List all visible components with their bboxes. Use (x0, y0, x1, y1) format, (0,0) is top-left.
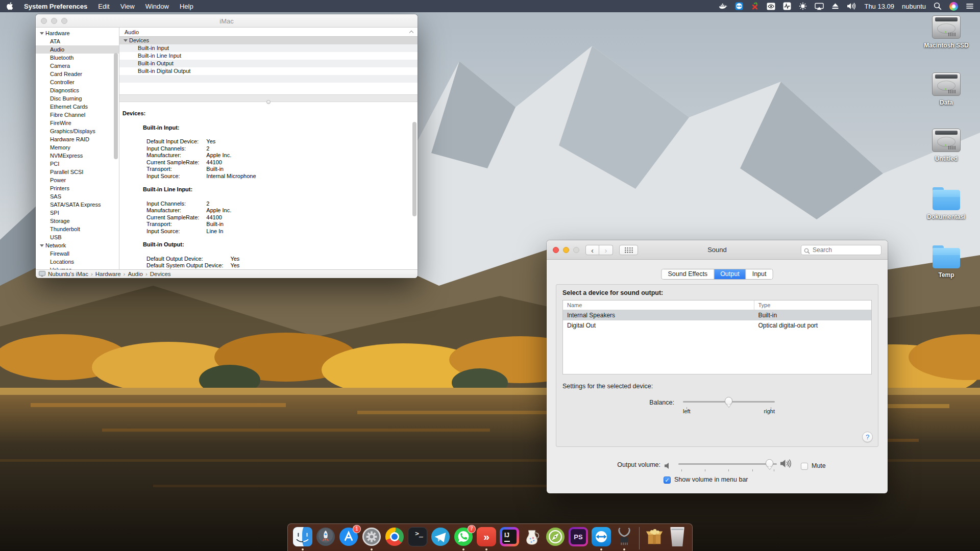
table-header[interactable]: Name Type (563, 300, 871, 310)
spotlight-icon[interactable] (934, 2, 942, 11)
sidebar-item-hardware[interactable]: Hardware (36, 29, 119, 37)
siri-icon[interactable] (949, 2, 958, 11)
dock-launchpad-icon[interactable] (316, 527, 335, 546)
dock-archive-utility-icon[interactable] (645, 527, 664, 546)
brightness-icon[interactable] (799, 2, 807, 11)
device-row-built-in-input[interactable]: Built-in Input (119, 44, 418, 52)
nvidia-icon[interactable] (767, 2, 775, 11)
desktop-icon-dokumentasi[interactable]: Dokumentasi (922, 187, 971, 220)
detail-scrollbar[interactable] (412, 122, 416, 216)
sidebar-item-volumes[interactable]: Volumes (36, 266, 119, 269)
notification-center-icon[interactable] (966, 2, 974, 11)
dock-charles-icon[interactable] (523, 527, 542, 546)
dock-chrome-icon[interactable] (385, 527, 404, 546)
teamviewer-icon[interactable] (735, 2, 743, 11)
device-row-digital-out[interactable]: Digital OutOptical digital-out port (563, 320, 871, 331)
balance-thumb[interactable] (725, 397, 732, 405)
disclosure-triangle-icon[interactable] (124, 39, 128, 42)
dock-app-store-icon[interactable]: 1 (339, 527, 358, 546)
sidebar-item-disc-burning[interactable]: Disc Burning (36, 94, 119, 103)
sidebar-item-fibre-channel[interactable]: Fibre Channel (36, 111, 119, 119)
help-button[interactable]: ? (862, 432, 873, 442)
dock-finder-icon[interactable] (293, 527, 312, 546)
show-volume-checkbox[interactable]: ✓ (664, 477, 671, 484)
sidebar-item-locations[interactable]: Locations (36, 258, 119, 266)
mute-label[interactable]: Mute (812, 462, 826, 469)
activity-monitor-icon[interactable] (783, 2, 791, 11)
menu-help[interactable]: Help (180, 3, 193, 10)
apple-menu-icon[interactable] (6, 2, 13, 11)
sidebar-item-audio[interactable]: Audio (36, 45, 119, 54)
dock-system-preferences-icon[interactable] (362, 527, 381, 546)
sidebar-item-spi[interactable]: SPI (36, 209, 119, 217)
sound-toolbar[interactable]: ‹ › Sound (547, 240, 888, 260)
mute-checkbox[interactable] (801, 463, 808, 470)
sidebar-item-firewire[interactable]: FireWire (36, 119, 119, 127)
menu-edit[interactable]: Edit (98, 3, 109, 10)
airplay-display-icon[interactable] (815, 2, 824, 11)
sidebar-item-power[interactable]: Power (36, 176, 119, 184)
eject-icon[interactable] (831, 2, 839, 11)
disclosure-triangle-icon[interactable] (40, 244, 44, 247)
docker-icon[interactable] (719, 2, 727, 11)
sidebar-item-storage[interactable]: Storage (36, 217, 119, 225)
menu-clock[interactable]: Thu 13.09 (864, 3, 894, 10)
volume-track[interactable] (678, 463, 777, 465)
tab-output[interactable]: Output (714, 269, 746, 279)
sidebar-item-bluetooth[interactable]: Bluetooth (36, 54, 119, 62)
device-row-built-in-output[interactable]: Built-in Output (119, 60, 418, 67)
sidebar-item-parallel-scsi[interactable]: Parallel SCSI (36, 168, 119, 176)
dock-red-arrows-app-icon[interactable]: » (477, 527, 496, 546)
sidebar-item-card-reader[interactable]: Card Reader (36, 70, 119, 78)
desktop-icon-macintosh-ssd[interactable]: Macintosh SSD (922, 15, 971, 49)
desktop-icon-data[interactable]: Data (922, 72, 971, 106)
dock-photoshop-icon[interactable]: PS (569, 527, 588, 546)
sidebar-item-controller[interactable]: Controller (36, 78, 119, 86)
menu-system-preferences[interactable]: System Preferences (24, 3, 87, 10)
list-column-header[interactable]: Audio (119, 28, 418, 37)
desktop-icon-temp[interactable]: Temp (922, 245, 971, 279)
tab-input[interactable]: Input (746, 269, 773, 279)
menu-window[interactable]: Window (145, 3, 169, 10)
desktop-icon-untitled[interactable]: Untitled (922, 129, 971, 162)
search-input[interactable] (801, 245, 881, 255)
dock-whatsapp-icon[interactable]: 7 (454, 527, 473, 546)
sidebar-item-printers[interactable]: Printers (36, 184, 119, 192)
sidebar-item-ata[interactable]: ATA (36, 37, 119, 45)
sidebar-item-thunderbolt[interactable]: Thunderbolt (36, 225, 119, 233)
disclosure-triangle-icon[interactable] (40, 32, 44, 35)
x-network-icon[interactable] (751, 2, 759, 11)
menu-user[interactable]: nubuntu (902, 3, 926, 10)
dock-teamviewer-icon[interactable] (592, 527, 611, 546)
sidebar-item-camera[interactable]: Camera (36, 62, 119, 70)
output-volume-slider[interactable] (678, 459, 777, 468)
sidebar-item-network[interactable]: Network (36, 241, 119, 249)
sidebar-scrollbar[interactable] (114, 53, 118, 159)
sidebar-item-firewall[interactable]: Firewall (36, 249, 119, 258)
show-volume-label[interactable]: Show volume in menu bar (674, 476, 748, 483)
volume-thumb[interactable] (766, 459, 773, 467)
sidebar-item-sas[interactable]: SAS (36, 192, 119, 201)
device-row-built-in-digital-output[interactable]: Built-in Digital Output (119, 67, 418, 75)
devices-group-row[interactable]: Devices (119, 37, 418, 44)
tab-sound-effects[interactable]: Sound Effects (662, 269, 715, 279)
dock-trash-icon[interactable] (668, 527, 687, 546)
sidebar-item-sata-sata-express[interactable]: SATA/SATA Express (36, 201, 119, 209)
splitter-knob[interactable] (266, 100, 271, 104)
dock-chip-tool-icon[interactable] (615, 527, 634, 546)
sidebar-item-hardware-raid[interactable]: Hardware RAID (36, 135, 119, 143)
sidebar-item-ethernet-cards[interactable]: Ethernet Cards (36, 103, 119, 111)
sidebar-item-diagnostics[interactable]: Diagnostics (36, 86, 119, 94)
dock-terminal-icon[interactable]: >_ (408, 527, 427, 546)
balance-slider[interactable] (683, 397, 775, 406)
sidebar-item-nvmexpress[interactable]: NVMExpress (36, 152, 119, 160)
volume-icon[interactable] (847, 2, 856, 11)
menu-view[interactable]: View (120, 3, 135, 10)
sidebar-item-graphics-displays[interactable]: Graphics/Displays (36, 127, 119, 135)
device-row-internal-speakers[interactable]: Internal SpeakersBuilt-in (563, 310, 871, 320)
sidebar-item-pci[interactable]: PCI (36, 160, 119, 168)
system-info-titlebar[interactable]: iMac (36, 14, 418, 28)
dock-android-studio-icon[interactable] (546, 527, 565, 546)
device-row-built-in-line-input[interactable]: Built-in Line Input (119, 52, 418, 60)
sidebar-item-memory[interactable]: Memory (36, 143, 119, 152)
